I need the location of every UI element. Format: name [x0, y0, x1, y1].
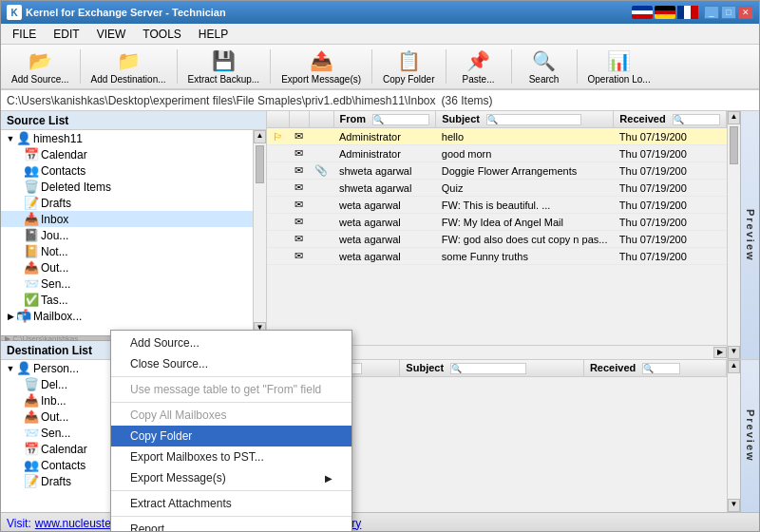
paste-button[interactable]: 📌 Paste... [450, 47, 507, 86]
attach-cell [309, 145, 333, 162]
msg-scroll-track[interactable] [728, 124, 740, 346]
close-button[interactable]: ✕ [738, 6, 753, 19]
add-source-label: Add Source... [11, 74, 69, 85]
operation-log-label: Operation Lo... [588, 74, 651, 85]
add-source-button[interactable]: 📂 Add Source... [5, 47, 76, 86]
preview-panel-top[interactable]: Preview [740, 111, 759, 359]
tree-node-mailbox[interactable]: ▶ 📬 Mailbox... [1, 308, 253, 324]
msg-scroll-up[interactable]: ▲ [728, 111, 740, 124]
inbox-icon: 📥 [24, 212, 39, 226]
menu-help[interactable]: HELP [191, 26, 236, 43]
msg-list-scrollbar[interactable]: ▲ ▼ [727, 111, 740, 359]
attach-cell [309, 128, 333, 145]
ctx-copy-folder[interactable]: Copy Folder [111, 426, 352, 446]
tree-node-calendar[interactable]: 📅 Calendar [1, 146, 253, 162]
extract-backup-button[interactable]: 💾 Extract Backup... [181, 47, 267, 86]
scroll-track[interactable] [254, 143, 266, 322]
msg-scroll-down[interactable]: ▼ [728, 346, 740, 359]
col-attach [309, 111, 333, 128]
export-messages-button[interactable]: 📤 Export Message(s) [275, 47, 368, 86]
dest-subject-search[interactable] [450, 363, 526, 374]
from-search-input[interactable] [372, 114, 429, 125]
ctx-add-source[interactable]: Add Source... [111, 332, 352, 353]
menu-file[interactable]: FILE [5, 26, 44, 43]
received-cell: Thu 07/19/200 [614, 197, 727, 214]
tree-node-tasks[interactable]: ✅ Tas... [1, 292, 253, 308]
icon-cell: ✉ [289, 145, 309, 162]
tree-node-sent[interactable]: 📨 Sen... [1, 276, 253, 292]
tree-node-notes[interactable]: 📔 Not... [1, 243, 253, 259]
icon-cell: ✉ [289, 214, 309, 231]
table-row[interactable]: ✉ 📎 shweta agarwal Doggie Flower Arrange… [267, 162, 727, 180]
export-messages-label: Export Message(s) [281, 74, 361, 85]
tree-node-outbox[interactable]: 📤 Out... [1, 259, 253, 276]
copy-folder-button[interactable]: 📋 Copy Folder [376, 47, 441, 86]
source-tree[interactable]: ▼ 👤 himesh11 📅 Calendar 👥 Contacts 🗑️ [1, 130, 266, 335]
copy-folder-icon: 📋 [397, 49, 421, 72]
col-subject: Subject [436, 111, 614, 128]
dest-received-search[interactable] [642, 363, 680, 374]
table-row[interactable]: ✉ shweta agarwal Quiz Thu 07/19/200 [267, 180, 727, 197]
add-destination-button[interactable]: 📁 Add Destination... [85, 47, 173, 86]
ctx-report[interactable]: Report... [111, 519, 352, 532]
scroll-up-btn[interactable]: ▲ [254, 130, 266, 143]
attach-cell: 📎 [309, 162, 333, 180]
dest-msg-scroll-up[interactable]: ▲ [728, 360, 740, 373]
search-button[interactable]: 🔍 Search [516, 47, 573, 86]
copy-folder-label: Copy Folder [383, 74, 434, 85]
scroll-thumb[interactable] [256, 145, 264, 183]
table-row[interactable]: 🏳 ✉ Administrator hello Thu 07/19/200 [267, 128, 727, 145]
ctx-copy-all-mailboxes: Copy All Mailboxes [111, 405, 352, 426]
contacts-icon: 👥 [24, 163, 39, 178]
msg-scroll-thumb[interactable] [730, 126, 738, 164]
table-row[interactable]: ✉ weta agarwal FW: My Idea of Angel Mail… [267, 214, 727, 231]
table-row[interactable]: ✉ weta agarwal FW: This is beautiful. ..… [267, 197, 727, 214]
ctx-use-message-table: Use message table to get "From" field [111, 379, 352, 400]
subject-cell: Doggie Flower Arrangements [436, 162, 614, 180]
menu-bar: FILE EDIT VIEW TOOLS HELP [1, 24, 759, 45]
menu-tools[interactable]: TOOLS [135, 26, 188, 43]
tree-node-deleted[interactable]: 🗑️ Deleted Items [1, 179, 253, 195]
tree-node-drafts[interactable]: 📝 Drafts [1, 195, 253, 211]
flag-fr[interactable] [677, 6, 698, 19]
ctx-close-source[interactable]: Close Source... [111, 353, 352, 374]
extract-backup-icon: 💾 [212, 49, 236, 72]
tree-node-journal[interactable]: 📓 Jou... [1, 227, 253, 243]
dest-msg-scrollbar[interactable]: ▲ ▼ [727, 360, 740, 512]
toolbar-sep-6 [511, 49, 512, 84]
extract-backup-label: Extract Backup... [188, 74, 260, 85]
source-scrollbar[interactable]: ▲ ▼ [253, 130, 266, 335]
dest-msg-scroll-down[interactable]: ▼ [728, 499, 740, 512]
tree-node-contacts[interactable]: 👥 Contacts [1, 162, 253, 179]
ctx-sep-2 [111, 402, 352, 403]
tree-label: himesh11 [33, 132, 83, 145]
operation-log-button[interactable]: 📊 Operation Lo... [581, 47, 657, 86]
from-cell: weta agarwal [333, 231, 436, 248]
attach-cell [309, 197, 333, 214]
operation-log-icon: 📊 [607, 49, 631, 72]
table-row[interactable]: ✉ weta agarwal FW: god also does cut cop… [267, 231, 727, 248]
received-search-input[interactable] [673, 114, 720, 125]
notes-icon: 📔 [24, 244, 39, 258]
message-table: From Subject Received [267, 111, 727, 265]
preview-panel-bottom[interactable]: Preview [740, 360, 759, 512]
menu-view[interactable]: VIEW [89, 26, 134, 43]
tree-node-himesh11[interactable]: ▼ 👤 himesh11 [1, 130, 253, 146]
ctx-export-messages[interactable]: Export Message(s) ▶ [111, 467, 352, 488]
received-cell: Thu 07/19/200 [614, 162, 727, 180]
dest-msg-scroll-track[interactable] [728, 373, 740, 499]
minimize-button[interactable]: _ [704, 6, 719, 19]
horiz-scroll-right[interactable]: ▶ [713, 347, 727, 358]
subject-cell: FW: god also does cut copy n pas... [436, 231, 614, 248]
table-row[interactable]: ✉ weta agarwal some Funny truths Thu 07/… [267, 248, 727, 265]
flag-de[interactable] [655, 6, 675, 19]
drafts-icon: 📝 [24, 196, 39, 210]
maximize-button[interactable]: □ [721, 6, 736, 19]
tree-node-inbox[interactable]: 📥 Inbox [1, 211, 253, 227]
flag-uk[interactable] [632, 6, 653, 19]
ctx-extract-attachments[interactable]: Extract Attachments [111, 493, 352, 514]
ctx-export-mailboxes[interactable]: Export Mailboxes to PST... [111, 446, 352, 467]
subject-search-input[interactable] [486, 114, 581, 125]
menu-edit[interactable]: EDIT [46, 26, 86, 43]
table-row[interactable]: ✉ Administrator good morn Thu 07/19/200 [267, 145, 727, 162]
